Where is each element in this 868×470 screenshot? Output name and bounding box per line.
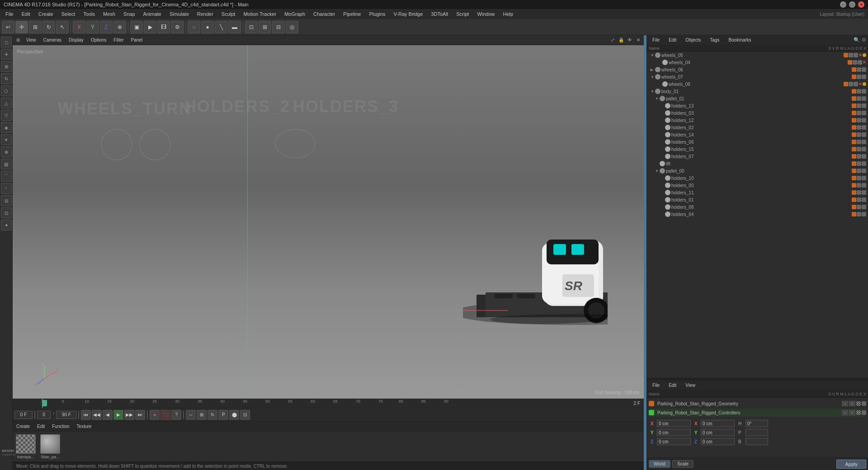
tool-camera[interactable]: ▽ xyxy=(1,110,12,121)
go-start-button[interactable]: ⏮ xyxy=(81,410,91,420)
mat-function[interactable]: Function xyxy=(50,423,71,430)
attr-object-ctrl-row[interactable]: Parking_Robot_Stan_Rigged_Controllers V … xyxy=(649,409,866,417)
play-back-button[interactable]: ◀ xyxy=(103,410,113,420)
viewport-config-icon[interactable]: ⊞ xyxy=(14,37,22,44)
tool-scale[interactable]: ⊞ xyxy=(29,21,42,33)
step-back-button[interactable]: ◀◀ xyxy=(92,410,102,420)
axis-y[interactable]: Y xyxy=(86,21,99,33)
coord-y-val-input[interactable] xyxy=(701,429,735,436)
sym-toggle[interactable]: ⊟ xyxy=(272,21,285,33)
om-item-holders12[interactable]: holders_12 xyxy=(647,117,868,124)
current-frame-input[interactable] xyxy=(14,411,33,419)
menu-pipeline[interactable]: Pipeline xyxy=(340,10,364,18)
om-item-wheels06[interactable]: ▶ wheels_06 xyxy=(647,66,868,73)
coord-x-pos-input[interactable] xyxy=(657,420,691,427)
close-button[interactable]: ✕ xyxy=(858,1,864,8)
tool-select[interactable]: ◻ xyxy=(1,37,12,47)
om-object-list[interactable]: ▼ wheels_05 ✕ wheels_0 xyxy=(647,52,868,378)
tool-live[interactable]: ⬡ xyxy=(1,85,12,96)
attr-tab-edit[interactable]: Edit xyxy=(665,382,680,389)
snap-toggle[interactable]: ⊡ xyxy=(245,21,258,33)
menu-vray[interactable]: V-Ray Bridge xyxy=(390,10,427,18)
coord-p-input[interactable] xyxy=(745,429,768,436)
tool-floor[interactable]: ▤ xyxy=(1,159,12,169)
mat-texture[interactable]: Texture xyxy=(75,423,94,430)
solo-toggle[interactable]: ◎ xyxy=(286,21,298,33)
om-item-wheels05[interactable]: ▼ wheels_05 ✕ xyxy=(647,52,868,59)
poly-mode[interactable]: ▬ xyxy=(228,21,241,33)
object-mode[interactable]: ○ xyxy=(188,21,200,33)
tool-scale2[interactable]: ⊞ xyxy=(1,61,12,72)
tool-spline[interactable]: ⌒ xyxy=(1,171,12,182)
om-item-wheels07[interactable]: ▼ wheels_07 xyxy=(647,73,868,80)
material-item-transparent[interactable]: transpa... xyxy=(14,434,37,459)
menu-sculpt[interactable]: Sculpt xyxy=(218,10,239,18)
axis-z[interactable]: Z xyxy=(100,21,113,33)
om-tab-edit[interactable]: Edit xyxy=(665,37,680,43)
viewport-close-icon[interactable]: ✕ xyxy=(635,37,642,44)
menu-script[interactable]: Script xyxy=(453,10,472,18)
viewport-fullscreen-icon[interactable]: ⤢ xyxy=(609,37,616,44)
attr-tab-view[interactable]: View xyxy=(682,382,699,389)
menu-render[interactable]: Render xyxy=(193,10,217,18)
menu-select[interactable]: Select xyxy=(58,10,79,18)
menu-character[interactable]: Character xyxy=(310,10,339,18)
om-item-holders13[interactable]: holders_13 xyxy=(647,102,868,109)
play-forward-button[interactable]: ▶ xyxy=(113,410,123,420)
menu-mesh[interactable]: Mesh xyxy=(99,10,119,18)
menu-3dtoall[interactable]: 3DToAll xyxy=(427,10,452,18)
maximize-button[interactable]: □ xyxy=(849,1,855,8)
viewport-menu-options[interactable]: Options xyxy=(88,37,109,43)
attr-object-geo-row[interactable]: Parking_Robot_Stan_Rigged_Geometry V R xyxy=(649,400,866,408)
render-view[interactable]: ▶ xyxy=(144,21,156,33)
tool-nullobj[interactable]: ⊕ xyxy=(1,146,12,157)
menu-animate[interactable]: Animate xyxy=(140,10,165,18)
attr-ctrl-vis[interactable]: V xyxy=(842,410,848,415)
scale-key-button[interactable]: ⊞ xyxy=(197,410,207,420)
axis-all[interactable]: ⊕ xyxy=(113,21,126,33)
tool-move[interactable]: ✛ xyxy=(15,21,28,33)
om-item-wheels04[interactable]: wheels_04 ✕ xyxy=(647,59,868,66)
om-item-pallet01[interactable]: ▼ pallet_01 xyxy=(647,95,868,102)
om-item-holders06[interactable]: holders_06 xyxy=(647,138,868,146)
menu-motion-tracker[interactable]: Motion Tracker xyxy=(240,10,280,18)
om-item-pallet00[interactable]: ▼ pallet_00 xyxy=(647,167,868,174)
tool-light[interactable]: ☀ xyxy=(1,134,12,145)
om-tab-objects[interactable]: Objects xyxy=(682,37,704,43)
om-search-icon[interactable]: 🔍 xyxy=(854,37,860,43)
record-button[interactable]: ● xyxy=(150,410,160,420)
step-forward-button[interactable]: ▶▶ xyxy=(124,410,134,420)
tool-rotate2[interactable]: ↻ xyxy=(1,73,12,84)
om-item-holders10[interactable]: holders_10 xyxy=(647,174,868,182)
tool-paint[interactable]: △ xyxy=(1,98,12,108)
attr-ctrl-r[interactable]: R xyxy=(849,410,855,415)
mat-edit[interactable]: Edit xyxy=(35,423,47,430)
menu-file[interactable]: File xyxy=(2,10,17,18)
om-item-wheels08[interactable]: wheels_08 ✕ xyxy=(647,80,868,88)
om-settings-icon[interactable]: ⚙ xyxy=(862,37,866,43)
auto-key-button[interactable]: ⬛ xyxy=(160,410,170,420)
render-settings[interactable]: ⚙ xyxy=(171,21,184,33)
viewport-menu-filter[interactable]: Filter xyxy=(111,37,126,43)
om-item-body01[interactable]: ▼ body_01 xyxy=(647,88,868,95)
render-region[interactable]: ▣ xyxy=(130,21,143,33)
om-item-holders11[interactable]: holders_11 xyxy=(647,189,868,196)
point-mode[interactable]: ● xyxy=(201,21,214,33)
menu-edit[interactable]: Edit xyxy=(18,10,34,18)
coord-h-input[interactable] xyxy=(745,420,768,427)
menu-snap[interactable]: Snap xyxy=(120,10,139,18)
param-key-button[interactable]: P xyxy=(218,410,228,420)
om-item-holders01[interactable]: holders_01 xyxy=(647,196,868,203)
timeline[interactable]: 0 5 10 15 20 25 30 35 40 45 50 55 60 65 … xyxy=(13,399,644,408)
edge-mode[interactable]: ╲ xyxy=(215,21,227,33)
undo-button[interactable]: ↩ xyxy=(2,21,14,33)
start-frame-input[interactable] xyxy=(37,411,51,419)
om-item-holders14[interactable]: holders_14 xyxy=(647,131,868,138)
coord-x-val-input[interactable] xyxy=(701,420,735,427)
move-key-button[interactable]: ↔ xyxy=(186,410,196,420)
om-item-lift[interactable]: lift xyxy=(647,160,868,167)
menu-window[interactable]: Window xyxy=(473,10,498,18)
tool-deform[interactable]: ◜ xyxy=(1,183,12,194)
minimize-button[interactable]: ─ xyxy=(840,1,846,8)
3d-viewport[interactable]: Perspective WHEELS_TURN HOLDERS_2 HOLDER… xyxy=(13,45,644,399)
